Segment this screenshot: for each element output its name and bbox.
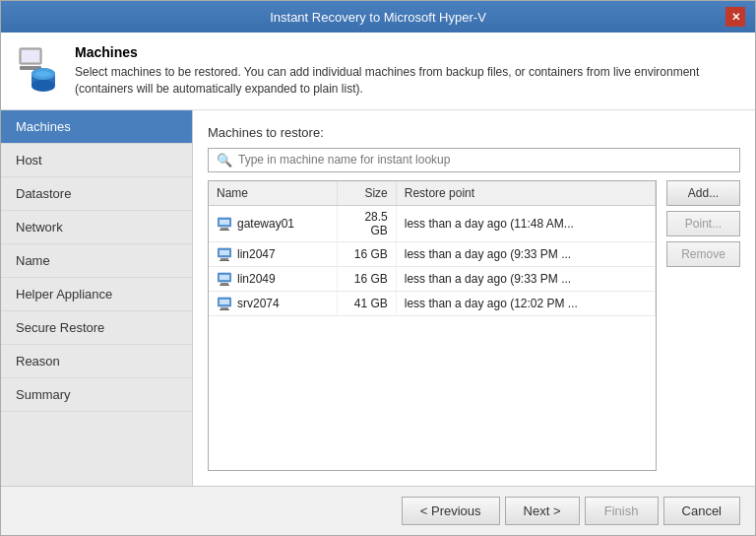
- svg-point-5: [32, 80, 55, 92]
- svg-rect-21: [220, 283, 228, 285]
- sidebar-item-secure-restore[interactable]: Secure Restore: [1, 311, 192, 345]
- cell-name: gateway01: [209, 205, 337, 241]
- cell-name: lin2049: [209, 266, 337, 291]
- search-box: 🔍: [208, 148, 740, 172]
- table-wrapper: Name Size Restore point gateway0128.5 GB…: [208, 180, 740, 471]
- sidebar-item-reason[interactable]: Reason: [1, 345, 192, 378]
- table-row[interactable]: gateway0128.5 GBless than a day ago (11:…: [209, 205, 656, 241]
- footer: < Previous Next > Finish Cancel: [1, 486, 755, 535]
- sidebar: MachinesHostDatastoreNetworkNameHelper A…: [1, 110, 193, 486]
- sidebar-item-host[interactable]: Host: [1, 144, 192, 177]
- cell-restore-point: less than a day ago (12:02 PM ...: [396, 291, 655, 315]
- svg-rect-20: [220, 275, 229, 280]
- svg-rect-25: [220, 300, 229, 304]
- sidebar-item-datastore[interactable]: Datastore: [1, 177, 192, 211]
- vm-icon: [217, 246, 232, 262]
- search-icon: 🔍: [217, 153, 232, 168]
- sidebar-item-summary[interactable]: Summary: [1, 378, 192, 412]
- vm-icon: [217, 296, 232, 311]
- point-button[interactable]: Point...: [666, 211, 740, 236]
- col-restore-point: Restore point: [396, 181, 655, 206]
- header-section: Machines Select machines to be restored.…: [1, 33, 755, 110]
- main-window: Instant Recovery to Microsoft Hyper-V ✕ …: [0, 0, 756, 536]
- svg-rect-16: [220, 258, 228, 260]
- svg-rect-17: [220, 260, 229, 261]
- main-panel: Machines to restore: 🔍 Name Size Restore…: [193, 110, 755, 486]
- cell-restore-point: less than a day ago (11:48 AM...: [396, 205, 655, 241]
- sidebar-item-helper-appliance[interactable]: Helper Appliance: [1, 278, 192, 311]
- svg-rect-15: [220, 250, 229, 255]
- next-button[interactable]: Next >: [505, 497, 580, 525]
- table-row[interactable]: lin204716 GBless than a day ago (9:33 PM…: [209, 241, 656, 266]
- table-row[interactable]: lin204916 GBless than a day ago (9:33 PM…: [209, 266, 656, 291]
- table-container: Name Size Restore point gateway0128.5 GB…: [208, 180, 657, 471]
- cell-size: 28.5 GB: [337, 205, 396, 241]
- cell-restore-point: less than a day ago (9:33 PM ...: [396, 241, 655, 266]
- window-title: Instant Recovery to Microsoft Hyper-V: [31, 10, 725, 25]
- cell-size: 16 GB: [337, 241, 396, 266]
- cancel-button[interactable]: Cancel: [663, 497, 740, 525]
- titlebar: Instant Recovery to Microsoft Hyper-V ✕: [1, 1, 755, 33]
- cell-restore-point: less than a day ago (9:33 PM ...: [396, 266, 655, 291]
- table-header-row: Name Size Restore point: [209, 181, 656, 206]
- svg-rect-11: [220, 228, 228, 230]
- close-button[interactable]: ✕: [725, 7, 745, 27]
- sidebar-item-machines[interactable]: Machines: [1, 110, 192, 144]
- col-name: Name: [209, 181, 337, 206]
- svg-rect-22: [220, 285, 229, 286]
- header-title: Machines: [75, 44, 740, 60]
- svg-rect-26: [220, 307, 228, 309]
- vm-icon: [217, 216, 232, 232]
- svg-rect-1: [22, 50, 39, 62]
- remove-button[interactable]: Remove: [666, 241, 740, 267]
- machines-table: Name Size Restore point gateway0128.5 GB…: [209, 181, 656, 316]
- previous-button[interactable]: < Previous: [402, 497, 500, 525]
- header-text: Machines Select machines to be restored.…: [75, 44, 740, 98]
- cell-size: 16 GB: [337, 266, 396, 291]
- search-input[interactable]: [238, 153, 731, 167]
- header-icon: [16, 44, 63, 92]
- finish-button[interactable]: Finish: [585, 497, 659, 525]
- table-row[interactable]: srv207441 GBless than a day ago (12:02 P…: [209, 291, 656, 315]
- sidebar-item-name[interactable]: Name: [1, 244, 192, 278]
- content-area: MachinesHostDatastoreNetworkNameHelper A…: [1, 110, 755, 486]
- vm-icon: [217, 271, 232, 287]
- svg-rect-27: [220, 309, 229, 310]
- cell-name: lin2047: [209, 241, 337, 266]
- cell-size: 41 GB: [337, 291, 396, 315]
- col-size: Size: [337, 181, 396, 206]
- svg-rect-10: [220, 220, 229, 225]
- cell-name: srv2074: [209, 291, 337, 315]
- section-label: Machines to restore:: [208, 125, 740, 140]
- header-description: Select machines to be restored. You can …: [75, 64, 740, 98]
- add-button[interactable]: Add...: [666, 180, 740, 206]
- sidebar-item-network[interactable]: Network: [1, 211, 192, 244]
- action-buttons: Add... Point... Remove: [666, 180, 740, 471]
- svg-point-7: [35, 71, 51, 77]
- svg-rect-12: [220, 230, 229, 231]
